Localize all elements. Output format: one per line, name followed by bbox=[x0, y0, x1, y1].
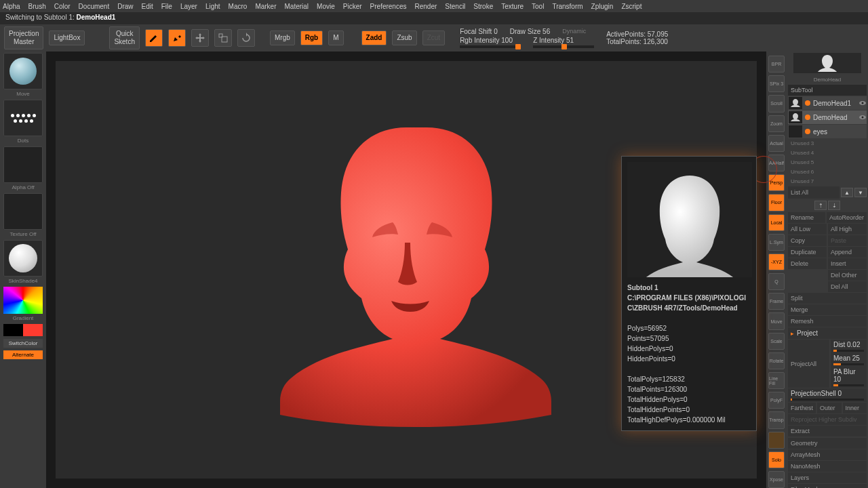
xpose-button[interactable]: Xpose bbox=[768, 471, 785, 488]
texture-slot[interactable] bbox=[3, 193, 43, 230]
drawsize-slider[interactable]: Draw Size 56 bbox=[510, 28, 550, 35]
autoreorder-button[interactable]: AutoReorder bbox=[827, 212, 867, 223]
bpr-button[interactable]: BPR bbox=[768, 56, 785, 73]
menu-file[interactable]: File bbox=[161, 3, 172, 10]
scale-button[interactable] bbox=[214, 29, 232, 47]
eye-icon[interactable] bbox=[859, 114, 866, 121]
paste-button[interactable]: Paste bbox=[828, 235, 867, 246]
move-nav-button[interactable]: Move bbox=[768, 312, 785, 329]
dist-slider[interactable]: Dist 0.02 bbox=[831, 340, 867, 353]
eye-icon[interactable] bbox=[859, 100, 866, 106]
z-intensity-slider[interactable]: Z Intensity 51 bbox=[533, 37, 594, 48]
viewport[interactable]: Subtool 1 C:\PROGRAM FILES (X86)\PIXOLOG… bbox=[54, 60, 758, 480]
delete-button[interactable]: Delete bbox=[788, 258, 827, 269]
lsym-button[interactable]: L.Sym bbox=[768, 234, 785, 251]
mrgb-button[interactable]: Mrgb bbox=[270, 30, 295, 45]
rotate-button[interactable] bbox=[237, 29, 255, 47]
rgb-button[interactable]: Rgb bbox=[300, 30, 323, 45]
polyf-button[interactable]: PolyF bbox=[768, 392, 785, 409]
edit-button[interactable] bbox=[145, 29, 163, 47]
delall-button[interactable]: Del All bbox=[828, 281, 867, 292]
frame-button[interactable]: Frame bbox=[768, 293, 785, 310]
menu-layer[interactable]: Layer bbox=[180, 3, 197, 10]
delother-button[interactable]: Del Other bbox=[828, 270, 867, 281]
menu-texture[interactable]: Texture bbox=[501, 3, 524, 10]
menu-macro[interactable]: Macro bbox=[229, 3, 248, 10]
geometry-header[interactable]: Geometry bbox=[788, 438, 867, 449]
subtool-row-2[interactable]: eyes bbox=[788, 125, 867, 138]
scroll-button[interactable]: Scroll bbox=[768, 95, 785, 112]
moveup-icon[interactable]: ⇡ bbox=[814, 201, 827, 210]
local-button[interactable]: Local bbox=[768, 214, 785, 231]
scale-nav-button[interactable]: Scale bbox=[768, 333, 785, 350]
mean-slider[interactable]: Mean 25 bbox=[831, 353, 867, 367]
q-button[interactable]: Q bbox=[768, 273, 785, 290]
menu-transform[interactable]: Transform bbox=[552, 3, 583, 10]
menu-picker[interactable]: Picker bbox=[343, 3, 362, 10]
xyz-button[interactable]: -XYZ bbox=[768, 253, 785, 270]
remesh-header[interactable]: Remesh bbox=[788, 316, 867, 327]
dynamic-toggle[interactable]: Dynamic bbox=[562, 28, 586, 35]
menu-alpha[interactable]: Alpha bbox=[3, 3, 20, 10]
layers-header[interactable]: Layers bbox=[788, 472, 867, 483]
menu-movie[interactable]: Movie bbox=[317, 3, 335, 10]
focal-shift-slider[interactable]: Focal Shift 0 bbox=[460, 28, 498, 35]
brush-slot[interactable] bbox=[3, 53, 43, 89]
copy-button[interactable]: Copy bbox=[788, 235, 827, 246]
insert-button[interactable]: Insert bbox=[828, 258, 867, 269]
outer-button[interactable]: Outer bbox=[817, 403, 842, 413]
menu-brush[interactable]: Brush bbox=[28, 3, 46, 10]
menu-marker[interactable]: Marker bbox=[255, 3, 276, 10]
subtool-row-1[interactable]: DemoHead bbox=[788, 110, 867, 124]
reproject-button[interactable]: Reproject Higher Subdiv bbox=[788, 414, 867, 425]
menu-draw[interactable]: Draw bbox=[117, 3, 133, 10]
menu-render[interactable]: Render bbox=[415, 3, 437, 10]
spix-button[interactable]: SPix 3 bbox=[768, 75, 785, 92]
lightbox-button[interactable]: LightBox bbox=[49, 30, 85, 45]
up-icon[interactable]: ▲ bbox=[841, 188, 853, 197]
menu-preferences[interactable]: Preferences bbox=[370, 3, 407, 10]
m-button[interactable]: M bbox=[328, 30, 343, 45]
inner-button[interactable]: Inner bbox=[843, 403, 867, 413]
subtool-row-0[interactable]: DemoHead1 bbox=[788, 96, 867, 110]
menu-zscript[interactable]: Zscript bbox=[621, 3, 642, 10]
rename-button[interactable]: Rename bbox=[788, 212, 825, 223]
rotate-nav-button[interactable]: Rotate bbox=[768, 352, 785, 369]
down-icon[interactable]: ▼ bbox=[854, 188, 867, 197]
switchcolor-button[interactable]: SwitchColor bbox=[3, 339, 43, 348]
pablur-slider[interactable]: PA Blur 10 bbox=[831, 367, 867, 388]
color-picker[interactable] bbox=[3, 287, 43, 314]
projectall-button[interactable]: ProjectAll bbox=[788, 340, 829, 388]
alternate-button[interactable]: Alternate bbox=[3, 350, 43, 359]
menu-edit[interactable]: Edit bbox=[142, 3, 153, 10]
nanomesh-header[interactable]: NanoMesh bbox=[788, 461, 867, 472]
transp-button[interactable]: Transp bbox=[768, 411, 785, 428]
zoom-button[interactable]: Zoom bbox=[768, 115, 785, 132]
stroke-slot[interactable] bbox=[3, 100, 43, 136]
menu-tool[interactable]: Tool bbox=[532, 3, 544, 10]
allhigh-button[interactable]: All High bbox=[828, 224, 867, 235]
arraymesh-header[interactable]: ArrayMesh bbox=[788, 449, 867, 460]
ghost-button[interactable] bbox=[768, 432, 785, 449]
linefill-button[interactable]: Line Fill bbox=[768, 372, 785, 389]
menu-document[interactable]: Document bbox=[79, 3, 110, 10]
rgb-intensity-slider[interactable]: Rgb Intensity 100 bbox=[460, 37, 521, 48]
fibermesh-header[interactable]: FiberMesh bbox=[788, 484, 867, 488]
listall-button[interactable]: List All bbox=[788, 186, 840, 199]
move-button[interactable] bbox=[191, 29, 209, 47]
draw-button[interactable] bbox=[168, 29, 186, 47]
quicksketch-button[interactable]: Quick Sketch bbox=[109, 26, 140, 49]
menu-stroke[interactable]: Stroke bbox=[473, 3, 493, 10]
menu-stencil[interactable]: Stencil bbox=[445, 3, 465, 10]
append-button[interactable]: Append bbox=[828, 247, 867, 258]
menu-color[interactable]: Color bbox=[54, 3, 71, 10]
split-header[interactable]: Split bbox=[788, 293, 867, 304]
actual-button[interactable]: Actual bbox=[768, 135, 785, 152]
projshell-slider[interactable]: ProjectionShell 0 bbox=[788, 388, 867, 402]
color-swatches[interactable] bbox=[3, 324, 43, 336]
alllow-button[interactable]: All Low bbox=[788, 224, 827, 235]
material-slot[interactable] bbox=[3, 240, 43, 277]
extract-header[interactable]: Extract bbox=[788, 426, 867, 436]
floor-button[interactable]: Floor bbox=[768, 194, 785, 211]
movedown-icon[interactable]: ⇣ bbox=[828, 201, 840, 210]
